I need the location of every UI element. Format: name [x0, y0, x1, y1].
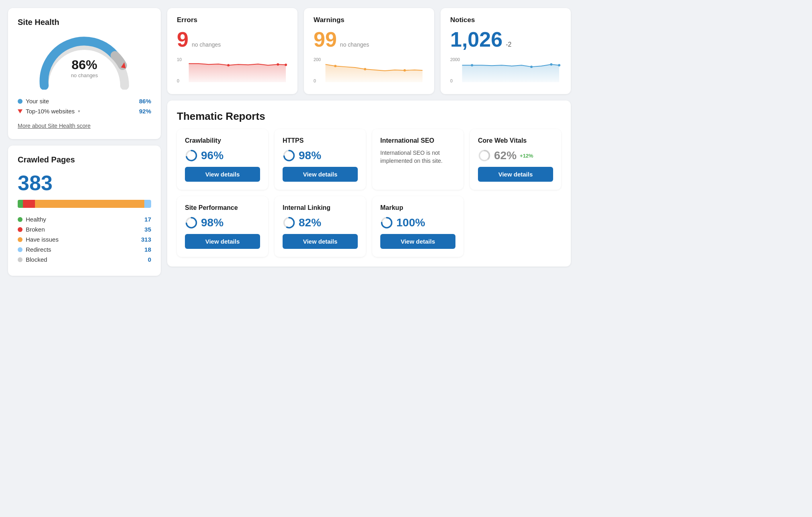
svg-point-6 [285, 64, 287, 66]
crawlability-title: Crawlability [185, 137, 260, 144]
thematic-grid-row1: Crawlability 96% View details HTTPS [177, 129, 561, 190]
markup-circ [380, 216, 393, 229]
pb-red [23, 200, 35, 208]
your-site-label: Your site [26, 98, 49, 105]
your-site-legend-left: Your site [18, 98, 49, 105]
your-site-legend: Your site 86% [18, 98, 151, 105]
pb-green [18, 200, 23, 208]
broken-dot [18, 227, 23, 232]
https-score: 98% [299, 149, 321, 162]
svg-point-12 [404, 69, 406, 72]
have-issues-value: 313 [141, 236, 151, 243]
thematic-grid-row2: Site Performance 98% View details Intern… [177, 196, 561, 257]
blocked-value: 0 [148, 256, 151, 263]
report-core-web-vitals: Core Web Vitals 62% +12% View details [470, 129, 561, 190]
svg-point-18 [550, 63, 552, 66]
warnings-change: no changes [340, 41, 369, 48]
warnings-card: Warnings 99 no changes 200 0 [304, 8, 434, 94]
have-issues-label: Have issues [26, 236, 59, 243]
site-performance-view-btn[interactable]: View details [185, 234, 260, 249]
pb-lightblue [144, 200, 151, 208]
internal-linking-circ [283, 216, 295, 229]
have-issues-dot [18, 237, 23, 242]
empty-col [470, 196, 561, 257]
site-performance-score: 98% [201, 216, 224, 229]
svg-text:2000: 2000 [450, 57, 460, 62]
top10-icon [18, 109, 23, 113]
svg-text:0: 0 [177, 78, 179, 83]
crawlability-circ [185, 149, 198, 162]
redirects-label: Redirects [26, 246, 51, 253]
svg-point-11 [364, 68, 366, 70]
report-internal-linking: Internal Linking 82% View details [275, 196, 366, 257]
internal-linking-view-btn[interactable]: View details [283, 234, 358, 249]
thematic-reports-card: Thematic Reports Crawlability 96% View d… [167, 101, 571, 267]
errors-value-row: 9 no changes [177, 27, 288, 51]
svg-point-4 [227, 64, 230, 66]
svg-marker-9 [326, 64, 423, 82]
notices-label: Notices [450, 16, 561, 24]
international-seo-note: International SEO is not implemented on … [380, 149, 455, 165]
cwv-view-btn[interactable]: View details [478, 167, 553, 182]
crawled-progress-bar [18, 200, 151, 208]
https-score-row: 98% [283, 149, 358, 162]
healthy-value: 17 [144, 216, 151, 223]
svg-text:0: 0 [450, 78, 453, 83]
svg-point-5 [277, 63, 279, 66]
more-about-link[interactable]: More about Site Health score [18, 123, 90, 129]
crawled-pages-title: Crawled Pages [18, 155, 151, 164]
svg-marker-15 [462, 64, 560, 82]
cwv-circ [478, 149, 491, 162]
internal-linking-title: Internal Linking [283, 204, 358, 211]
warnings-label: Warnings [314, 16, 424, 24]
gauge-text: 86% no changes [71, 57, 98, 78]
top10-legend: Top-10% websites ▾ 92% [18, 108, 151, 115]
https-view-btn[interactable]: View details [283, 167, 358, 182]
top10-label: Top-10% websites [26, 108, 75, 115]
notices-value-row: 1,026 -2 [450, 27, 561, 51]
chevron-down-icon[interactable]: ▾ [78, 109, 80, 113]
cwv-score-row: 62% +12% [478, 149, 553, 162]
your-site-dot [18, 99, 23, 104]
healthy-legend: Healthy 17 [18, 216, 151, 223]
warnings-chart: 200 0 [314, 56, 424, 84]
crawlability-view-btn[interactable]: View details [185, 167, 260, 182]
errors-card: Errors 9 no changes 10 0 [167, 8, 297, 94]
svg-marker-3 [189, 64, 286, 82]
broken-legend: Broken 35 [18, 226, 151, 233]
thematic-title: Thematic Reports [177, 110, 561, 123]
blocked-legend: Blocked 0 [18, 256, 151, 263]
broken-label: Broken [26, 226, 45, 233]
markup-view-btn[interactable]: View details [380, 234, 455, 249]
notices-value: 1,026 [450, 27, 502, 51]
have-issues-legend: Have issues 313 [18, 236, 151, 243]
report-international-seo: International SEO International SEO is n… [372, 129, 463, 190]
core-web-vitals-title: Core Web Vitals [478, 137, 553, 144]
blocked-dot [18, 257, 23, 262]
gauge-container: 86% no changes [18, 33, 151, 90]
svg-text:10: 10 [177, 57, 182, 62]
metrics-row: Errors 9 no changes 10 0 [167, 8, 571, 94]
svg-point-19 [558, 64, 560, 66]
notices-card: Notices 1,026 -2 2000 0 [441, 8, 571, 94]
https-circ [283, 149, 295, 162]
cwv-change: +12% [520, 153, 533, 159]
svg-point-10 [334, 65, 336, 67]
warnings-value: 99 [314, 27, 337, 51]
markup-score: 100% [396, 216, 425, 229]
site-health-card: Site Health 86% no changes [8, 8, 161, 139]
markup-score-row: 100% [380, 216, 455, 229]
top10-legend-left: Top-10% websites ▾ [18, 108, 80, 115]
cwv-score: 62% [494, 149, 517, 162]
internal-linking-score-row: 82% [283, 216, 358, 229]
site-perf-circ [185, 216, 198, 229]
site-performance-title: Site Performance [185, 204, 260, 211]
redirects-legend: Redirects 18 [18, 246, 151, 253]
svg-text:0: 0 [314, 78, 316, 83]
svg-point-17 [530, 66, 533, 68]
broken-value: 35 [144, 226, 151, 233]
markup-title: Markup [380, 204, 455, 211]
report-https: HTTPS 98% View details [275, 129, 366, 190]
site-performance-score-row: 98% [185, 216, 260, 229]
report-site-performance: Site Performance 98% View details [177, 196, 268, 257]
